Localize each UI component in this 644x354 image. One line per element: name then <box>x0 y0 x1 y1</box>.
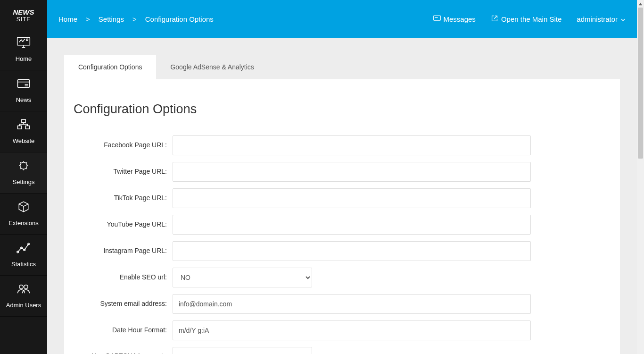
page-title: Configuration Options <box>74 102 611 117</box>
sidebar-label: Extensions <box>8 219 39 227</box>
tab-google-adsense[interactable]: Google AdSense & Analytics <box>156 55 268 79</box>
svg-rect-8 <box>25 126 29 129</box>
message-icon <box>433 15 441 23</box>
email-label: System email address: <box>74 299 173 309</box>
scroll-thumb[interactable] <box>638 8 643 159</box>
youtube-input[interactable] <box>173 215 531 235</box>
sidebar-label: Home <box>16 55 32 63</box>
youtube-label: YouTube Page URL: <box>74 220 173 229</box>
sidebar-label: Settings <box>13 178 35 186</box>
sidebar-item-news[interactable]: News <box>0 70 47 111</box>
main: Home > Settings > Configuration Options … <box>47 0 637 354</box>
open-site-label: Open the Main Site <box>501 15 561 23</box>
sidebar: NEWS SITE Home <box>0 0 47 354</box>
twitter-label: Twitter Page URL: <box>74 167 173 177</box>
scroll-up-icon[interactable] <box>637 0 644 8</box>
sitemap-icon <box>17 118 31 133</box>
logo-line1: NEWS <box>0 8 47 17</box>
svg-point-15 <box>24 285 28 289</box>
user-label: administrator <box>577 15 618 23</box>
external-link-icon <box>491 15 498 23</box>
breadcrumb-sep: > <box>132 15 137 23</box>
scrollbar[interactable] <box>637 0 644 354</box>
svg-rect-16 <box>433 16 440 20</box>
svg-rect-6 <box>22 119 25 123</box>
tiktok-label: TikTok Page URL: <box>74 194 173 203</box>
svg-point-9 <box>20 162 27 169</box>
breadcrumb: Home > Settings > Configuration Options <box>58 15 214 23</box>
topbar: Home > Settings > Configuration Options … <box>47 0 637 38</box>
chart-line-icon <box>17 242 31 256</box>
sidebar-label: Statistics <box>11 261 36 268</box>
user-dropdown[interactable]: administrator <box>577 15 626 23</box>
facebook-input[interactable] <box>173 135 531 155</box>
svg-point-10 <box>17 251 19 253</box>
svg-rect-0 <box>17 37 30 45</box>
breadcrumb-settings[interactable]: Settings <box>99 15 124 23</box>
messages-label: Messages <box>444 15 476 23</box>
sidebar-item-website[interactable]: Website <box>0 111 47 152</box>
sidebar-item-admin-users[interactable]: Admin Users <box>0 276 47 317</box>
sidebar-label: Website <box>13 137 35 145</box>
twitter-input[interactable] <box>173 162 531 182</box>
svg-point-1 <box>26 39 28 41</box>
seo-select[interactable]: NO <box>173 268 312 287</box>
seo-label: Enable SEO url: <box>74 273 173 282</box>
open-site-link[interactable]: Open the Main Site <box>491 15 561 23</box>
gear-icon <box>17 160 31 174</box>
sidebar-item-extensions[interactable]: Extensions <box>0 194 47 235</box>
instagram-label: Instagram Page URL: <box>74 246 173 256</box>
email-input[interactable] <box>173 294 531 314</box>
breadcrumb-home[interactable]: Home <box>58 15 77 23</box>
cube-icon <box>17 201 31 215</box>
svg-point-14 <box>19 285 23 289</box>
svg-rect-2 <box>18 80 30 88</box>
sidebar-item-settings[interactable]: Settings <box>0 152 47 194</box>
sidebar-item-statistics[interactable]: Statistics <box>0 235 47 276</box>
sidebar-label: News <box>16 96 32 104</box>
sidebar-item-home[interactable]: Home <box>0 29 47 70</box>
logo-line2: SITE <box>0 17 47 23</box>
datefmt-input[interactable] <box>173 320 531 340</box>
users-icon <box>17 283 31 297</box>
monitor-chart-icon <box>17 36 31 51</box>
captcha-label: Use CAPTCHA images to prevent spamming: <box>74 347 173 354</box>
facebook-label: Facebook Page URL: <box>74 141 173 150</box>
logo: NEWS SITE <box>0 0 47 29</box>
tab-config-options[interactable]: Configuration Options <box>64 55 156 79</box>
instagram-input[interactable] <box>173 241 531 261</box>
tiktok-input[interactable] <box>173 188 531 208</box>
breadcrumb-current[interactable]: Configuration Options <box>145 15 214 23</box>
svg-rect-7 <box>18 126 22 129</box>
messages-link[interactable]: Messages <box>433 15 476 23</box>
tabs: Configuration Options Google AdSense & A… <box>64 55 620 79</box>
datefmt-label: Date Hour Format: <box>74 326 173 335</box>
sidebar-label: Admin Users <box>6 302 41 309</box>
captcha-select[interactable]: YES <box>173 347 312 354</box>
chevron-down-icon <box>620 15 626 23</box>
breadcrumb-sep: > <box>86 15 90 23</box>
news-card-icon <box>17 77 31 92</box>
